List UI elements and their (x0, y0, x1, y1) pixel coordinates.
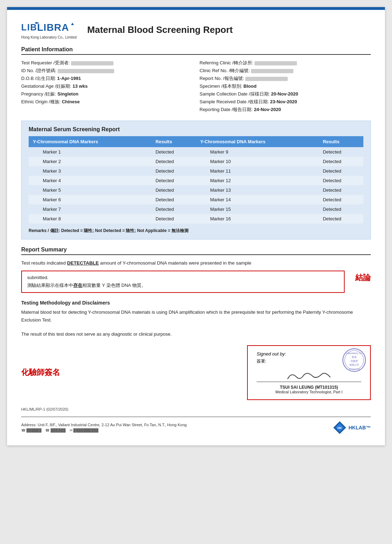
chemist-label: 化驗師簽名 (21, 367, 60, 378)
table-row: Marker 8 Detected Marker 16 Detected (29, 214, 363, 224)
marker-right-name: Marker 14 (196, 195, 318, 204)
table-row: Marker 3 Detected Marker 11 Detected (29, 166, 363, 176)
table-row: Marker 1 Detected Marker 9 Detected (29, 147, 363, 157)
footer-left: Address: Unit F, 8/F., Valiant Industria… (21, 423, 333, 432)
table-row: Marker 6 Detected Marker 14 Detected (29, 195, 363, 204)
serum-title: Maternal Serum Screening Report (29, 126, 363, 133)
field-test-requester: Test Requester /受測者: (21, 59, 193, 67)
marker-right-name: Marker 10 (196, 157, 318, 166)
table-row: Marker 2 Detected Marker 10 Detected (29, 157, 363, 166)
marker-left-name: Marker 1 (29, 147, 151, 157)
summary-section-header: Report Summary (21, 247, 371, 255)
field-gestational-age: Gestational Age /妊娠期: 13 wks (21, 82, 193, 90)
marker-left-name: Marker 6 (29, 195, 151, 204)
patient-fields-right: Referring Clinic /轉介診所: Clinic Ref No. /… (200, 59, 371, 114)
methodology-text1: Maternal blood test for detecting Y-chro… (21, 308, 371, 324)
marker-left-result: Detected (151, 195, 196, 204)
marker-right-result: Detected (318, 185, 363, 195)
libra-logo-icon: LIBR (21, 21, 39, 35)
field-sample-received: Sample Received Date /收樣日期: 23-Nov-2020 (200, 98, 371, 106)
signature-line (257, 368, 361, 382)
marker-right-result: Detected (318, 176, 363, 185)
svg-text:香港: 香港 (352, 356, 357, 358)
hklab-diamond-icon: HK (333, 421, 347, 435)
report-summary-section: Report Summary Test results indicated DE… (21, 247, 371, 293)
table-row: Marker 7 Detected Marker 15 Detected (29, 204, 363, 214)
marker-left-result: Detected (151, 185, 196, 195)
signer-title: Medical Laboratory Technologist, Part I (257, 390, 361, 394)
marker-left-result: Detected (151, 147, 196, 157)
marker-right-result: Detected (318, 195, 363, 204)
chinese-result-text: 測驗結果顯示在樣本中存在相當數量 Y 染色體 DNA 物質。 (27, 282, 339, 289)
marker-right-result: Detected (318, 214, 363, 224)
svg-text:有限公司: 有限公司 (349, 364, 359, 366)
submitted-text: submitted. (27, 275, 339, 280)
svg-text:HK: HK (338, 426, 342, 430)
footer-contacts: ☎ ██████ ☎ ██████ ✉ ██████████ (21, 428, 333, 432)
logo-subtitle: Hong Kong Laboratory Co., Limited (21, 35, 77, 39)
field-ethnic: Ethnic Origin /種族: Chinese (21, 98, 193, 106)
marker-left-name: Marker 8 (29, 214, 151, 224)
remarks: Remarks / 備註: Detected = 陽性; Not Detecte… (29, 228, 363, 234)
marker-right-name: Marker 15 (196, 204, 318, 214)
table-row: Marker 5 Detected Marker 13 Detected (29, 185, 363, 195)
patient-grid: Test Requester /受測者: ID No. /證件號碼: D.O.B… (21, 59, 371, 114)
logo-name: LIBRA (37, 22, 69, 33)
sign-box: Laboratory Co. 香港 化驗所 有限公司 Hong Kong Sig… (247, 345, 371, 400)
logo-area: LIBR LIBRA Hong Kong Laboratory Co., Lim… (21, 21, 77, 39)
logo-text: LIBR LIBRA (21, 21, 77, 35)
detectable-text: DETECTABLE (67, 260, 99, 266)
hklab-text: HKLAB™ (349, 425, 371, 430)
table-row: Marker 4 Detected Marker 12 Detected (29, 176, 363, 185)
libra-scale-icon (69, 22, 76, 28)
col1-header: Y-Chromosomal DNA Markers (29, 136, 151, 147)
conclusion-row: submitted. 測驗結果顯示在樣本中存在相當數量 Y 染色體 DNA 物質… (21, 271, 371, 293)
col4-header: Results (318, 136, 363, 147)
field-clinic-ref: Clinic Ref No. /轉介編號: (200, 67, 371, 75)
svg-text:化驗所: 化驗所 (351, 360, 358, 362)
marker-right-name: Marker 12 (196, 176, 318, 185)
page-container: LIBR LIBRA Hong Kong Laboratory Co., Lim… (7, 7, 385, 445)
methodology-text2: The result of this test does not serve a… (21, 330, 371, 338)
footer-address: Address: Unit F, 8/F., Valiant Industria… (21, 417, 371, 435)
serum-section: Maternal Serum Screening Report Y-Chromo… (21, 121, 371, 239)
field-id-no: ID No. /證件號碼: (21, 67, 193, 75)
marker-right-result: Detected (318, 147, 363, 157)
marker-left-result: Detected (151, 157, 196, 166)
signer-name: TSUI SAI LEUNG (MT101315) (257, 385, 361, 390)
summary-text-main: Test results indicated DETECTABLE amount… (21, 259, 371, 267)
field-report-no: Report No. /報告編號: (200, 75, 371, 82)
conclusion-label: 結論 (355, 272, 371, 283)
field-dob: D.O.B /出生日期: 1-Apr-1991 (21, 75, 193, 82)
top-bar (7, 7, 385, 10)
hklab-logo: HK HKLAB™ (333, 421, 371, 435)
marker-left-result: Detected (151, 176, 196, 185)
marker-left-name: Marker 7 (29, 204, 151, 214)
col3-header: Y-Chromosomal DNA Markers (196, 136, 318, 147)
marker-right-name: Marker 13 (196, 185, 318, 195)
marker-left-result: Detected (151, 214, 196, 224)
marker-left-name: Marker 3 (29, 166, 151, 176)
svg-text:Laboratory Co.: Laboratory Co. (346, 352, 362, 355)
signature-row: 化驗師簽名 Laboratory Co. 香港 化驗所 有限公司 Hong Ko… (21, 345, 371, 400)
col2-header: Results (151, 136, 196, 147)
report-title: Maternal Blood Screening Report (87, 24, 233, 35)
marker-right-result: Detected (318, 157, 363, 166)
marker-right-name: Marker 16 (196, 214, 318, 224)
marker-left-name: Marker 5 (29, 185, 151, 195)
address-text: Address: Unit F, 8/F., Valiant Industria… (21, 423, 333, 427)
svg-text:LIBR: LIBR (21, 22, 39, 32)
markers-table: Y-Chromosomal DNA Markers Results Y-Chro… (29, 136, 363, 224)
field-specimen: Specimen /樣本類別: Blood (200, 82, 371, 90)
patient-info-section: Patient Information Test Requester /受測者:… (21, 46, 371, 114)
marker-left-name: Marker 2 (29, 157, 151, 166)
marker-right-name: Marker 11 (196, 166, 318, 176)
patient-fields-left: Test Requester /受測者: ID No. /證件號碼: D.O.B… (21, 59, 193, 114)
chinese-conclusion-box: submitted. 測驗結果顯示在樣本中存在相當數量 Y 染色體 DNA 物質… (21, 271, 345, 293)
footer-ref: HKL/ML/RP-1 (02/07/2020) (21, 407, 371, 411)
marker-right-result: Detected (318, 166, 363, 176)
marker-right-name: Marker 9 (196, 147, 318, 157)
signature-drawing (281, 368, 337, 382)
patient-section-header: Patient Information (21, 46, 371, 55)
marker-left-result: Detected (151, 204, 196, 214)
